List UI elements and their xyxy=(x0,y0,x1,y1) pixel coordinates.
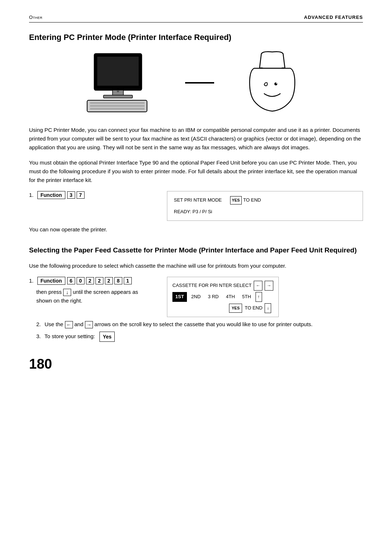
lcd2-yes-row: YES TO END ↓ xyxy=(172,303,273,313)
section1-body2: You must obtain the optional Printer Int… xyxy=(29,158,363,185)
lcd2-yes: YES xyxy=(229,304,242,313)
lcd2-2nd: 2ND xyxy=(188,292,204,302)
svg-rect-3 xyxy=(103,95,132,98)
header-left: Other xyxy=(29,15,42,20)
key-7: 7 xyxy=(77,191,85,199)
printer-illustration xyxy=(236,50,309,116)
lcd2-arrow-right: → xyxy=(265,281,273,291)
svg-rect-5 xyxy=(90,102,144,104)
svg-rect-7 xyxy=(90,108,144,110)
step2-arrow-left: ← xyxy=(65,321,73,328)
step2-number: 1. xyxy=(29,278,34,284)
step1-lcd: SET PRI NTER MODE YES TO END READY: P3 /… xyxy=(167,191,363,221)
svg-point-8 xyxy=(117,90,119,92)
step1-left: 1. Function 3 7 xyxy=(29,191,152,199)
lcd2-1st: 1ST xyxy=(172,292,187,302)
section2-body: Use the following procedure to select wh… xyxy=(29,262,363,270)
key-2a: 2 xyxy=(86,277,94,284)
lcd1-line2: READY: P3 / P/ Si xyxy=(174,207,356,216)
page-header: Other Advanced Features xyxy=(29,15,363,23)
step2-main-row: 1. Function 6 0 2 2 2 8 1 then press ↓ u… xyxy=(29,277,363,317)
key-0: 0 xyxy=(77,277,85,284)
step1-keys-row: 1. Function 3 7 xyxy=(29,191,152,199)
section2-title: Selecting the Paper Feed Cassette for Pr… xyxy=(29,246,363,255)
after-step-text: You can now operate the printer. xyxy=(29,225,363,234)
step2-use-text: Use the xyxy=(45,321,64,327)
then-press-text: then press xyxy=(36,289,62,295)
lcd2-down-arrow: ↓ xyxy=(265,303,271,313)
step3-text: To store your setting: xyxy=(44,333,95,339)
step2-rest-text: arrows on the scroll key to select the c… xyxy=(94,321,313,327)
svg-point-11 xyxy=(276,83,277,84)
lcd2-title-row: CASSETTE FOR PRI NTER SELECT ← → xyxy=(172,281,273,291)
down-arrow-icon: ↓ xyxy=(63,289,71,296)
page-number: 180 xyxy=(29,356,363,372)
lcd2-up-arrow: ↑ xyxy=(256,292,262,302)
step3-line: 3. To store your setting: Yes xyxy=(36,332,363,342)
step2-keys-row: 1. Function 6 0 2 2 2 8 1 xyxy=(29,277,152,285)
computer-illustration xyxy=(83,50,163,116)
lcd2-arrow-left: ← xyxy=(254,281,262,291)
step2-and-text: and xyxy=(74,321,85,327)
key-8: 8 xyxy=(114,277,122,284)
cable-illustration xyxy=(185,79,214,86)
lcd2-3rd: 3 RD xyxy=(205,292,222,302)
step2-line: 2. Use the ← and → arrows on the scroll … xyxy=(36,320,363,329)
key-2c: 2 xyxy=(105,277,113,284)
page: Other Advanced Features Entering PC Prin… xyxy=(0,0,392,555)
step1-number: 1. xyxy=(29,192,34,198)
section1-title: Entering PC Printer Mode (Printer Interf… xyxy=(29,33,363,42)
lcd1-yes: YES xyxy=(230,196,242,205)
lcd2-items-row: 1ST 2ND 3 RD 4TH 5TH ↑ xyxy=(172,292,273,302)
lcd2-box: CASSETTE FOR PRI NTER SELECT ← → 1ST 2ND… xyxy=(167,277,279,317)
step2-right: CASSETTE FOR PRI NTER SELECT ← → 1ST 2ND… xyxy=(167,277,363,317)
section1-body1: Using PC Printer Mode, you can connect y… xyxy=(29,126,363,152)
lcd2-to-end: TO END xyxy=(245,304,262,313)
key-3: 3 xyxy=(67,191,75,199)
lcd2-title-text: CASSETTE FOR PRI NTER SELECT xyxy=(172,281,252,290)
lcd1-line1: SET PRI NTER MODE YES TO END xyxy=(174,196,356,204)
function-key-2: Function xyxy=(37,277,65,285)
step2-left: 1. Function 6 0 2 2 2 8 1 then press ↓ u… xyxy=(29,277,152,308)
function-key-1: Function xyxy=(37,191,65,199)
step3-yes-key: Yes xyxy=(99,332,115,342)
key-1: 1 xyxy=(124,277,132,284)
sub-step-1: then press ↓ until the screen appears as… xyxy=(36,288,152,305)
step2-arrow-right: → xyxy=(85,321,93,328)
key-2b: 2 xyxy=(95,277,103,284)
key-6: 6 xyxy=(67,277,75,284)
header-right: Advanced Features xyxy=(304,15,363,20)
lcd2-5th: 5TH xyxy=(239,292,254,302)
svg-rect-6 xyxy=(90,105,144,107)
lcd2-4th: 4TH xyxy=(223,292,238,302)
step2-number-label: 2. xyxy=(36,321,41,327)
illustration-row xyxy=(29,50,363,116)
svg-rect-1 xyxy=(97,57,139,86)
step1-row: 1. Function 3 7 SET PRI NTER MODE YES TO… xyxy=(29,191,363,221)
step3-number: 3. xyxy=(36,333,41,339)
